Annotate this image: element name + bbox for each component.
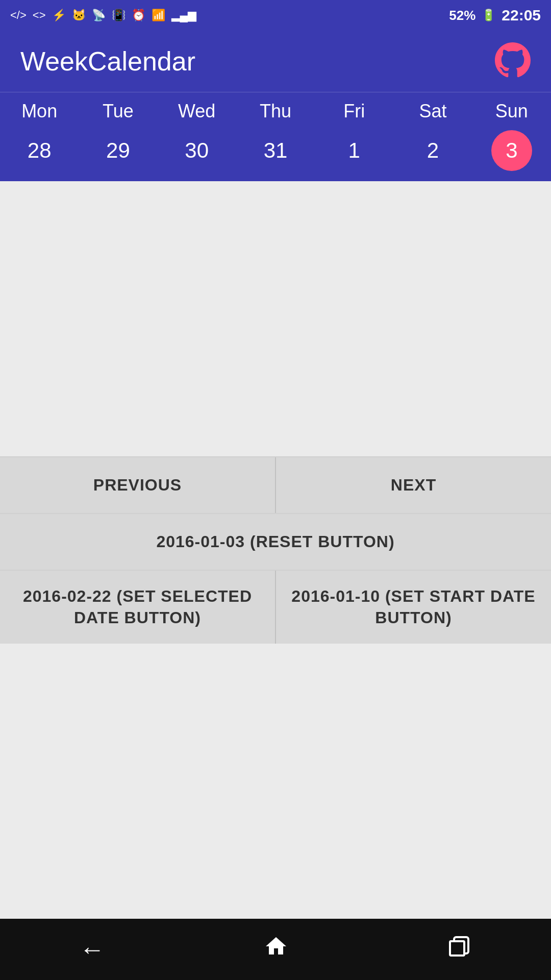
home-button[interactable] xyxy=(264,934,288,965)
day-name-sat: Sat xyxy=(419,101,447,122)
day-name-tue: Tue xyxy=(103,101,134,122)
day-sun[interactable]: Sun 3 xyxy=(472,92,551,181)
day-num-wed: 30 xyxy=(177,130,217,171)
day-name-sun: Sun xyxy=(495,101,528,122)
day-mon[interactable]: Mon 28 xyxy=(0,92,79,181)
day-num-thu: 31 xyxy=(255,130,296,171)
day-num-fri: 1 xyxy=(334,130,374,171)
status-right: 52% 🔋 22:05 xyxy=(449,7,541,24)
code-icon-2: <> xyxy=(33,9,46,22)
day-name-mon: Mon xyxy=(21,101,57,122)
signal-icon: ▂▄▆ xyxy=(171,9,197,22)
day-sat[interactable]: Sat 2 xyxy=(393,92,472,181)
bottom-nav: ← xyxy=(0,919,551,980)
reset-row: 2016-01-03 (RESET BUTTON) xyxy=(0,513,551,570)
nav-buttons-row: PREVIOUS NEXT xyxy=(0,456,551,513)
day-name-wed: Wed xyxy=(178,101,215,122)
github-icon xyxy=(495,42,531,78)
day-thu[interactable]: Thu 31 xyxy=(236,92,315,181)
back-button[interactable]: ← xyxy=(80,935,105,964)
app-bar: WeekCalendar xyxy=(0,31,551,92)
day-num-mon: 28 xyxy=(19,130,60,171)
day-tue[interactable]: Tue 29 xyxy=(79,92,157,181)
day-name-thu: Thu xyxy=(260,101,291,122)
alarm-icon: ⏰ xyxy=(132,9,145,22)
calendar-body xyxy=(0,181,551,456)
set-start-date-button[interactable]: 2016-01-10 (SET START DATE BUTTON) xyxy=(276,571,551,644)
buttons-section: PREVIOUS NEXT 2016-01-03 (RESET BUTTON) … xyxy=(0,456,551,644)
day-fri[interactable]: Fri 1 xyxy=(315,92,393,181)
time-display: 22:05 xyxy=(502,7,541,24)
week-header: Mon 28 Tue 29 Wed 30 Thu 31 Fri 1 Sat 2 … xyxy=(0,92,551,181)
wifi-icon: 📶 xyxy=(152,9,165,22)
previous-button[interactable]: PREVIOUS xyxy=(0,457,276,513)
reset-button[interactable]: 2016-01-03 (RESET BUTTON) xyxy=(0,514,551,570)
battery-percent: 52% xyxy=(449,8,475,23)
vibrate-icon: 📳 xyxy=(112,9,126,22)
date-set-row: 2016-02-22 (SET SELECTED DATE BUTTON) 20… xyxy=(0,570,551,644)
day-wed[interactable]: Wed 30 xyxy=(158,92,236,181)
day-num-sat: 2 xyxy=(413,130,454,171)
status-icons-left: </> <> ⚡ 🐱 📡 📳 ⏰ 📶 ▂▄▆ xyxy=(10,9,196,22)
usb-icon: ⚡ xyxy=(52,9,66,22)
code-icon-1: </> xyxy=(10,9,27,22)
day-num-tue: 29 xyxy=(97,130,138,171)
set-selected-date-button[interactable]: 2016-02-22 (SET SELECTED DATE BUTTON) xyxy=(0,571,276,644)
svg-rect-0 xyxy=(450,941,464,955)
app-title: WeekCalendar xyxy=(20,46,195,77)
recents-button[interactable] xyxy=(447,934,471,965)
cast-icon: 📡 xyxy=(92,9,106,22)
main-content: PREVIOUS NEXT 2016-01-03 (RESET BUTTON) … xyxy=(0,181,551,919)
day-num-sun: 3 xyxy=(491,130,532,171)
next-button[interactable]: NEXT xyxy=(276,457,551,513)
github-button[interactable] xyxy=(495,42,531,80)
status-bar: </> <> ⚡ 🐱 📡 📳 ⏰ 📶 ▂▄▆ 52% 🔋 22:05 xyxy=(0,0,551,31)
battery-icon: 🔋 xyxy=(482,9,495,22)
day-name-fri: Fri xyxy=(343,101,365,122)
bottom-content-area xyxy=(0,644,551,919)
octocat-icon: 🐱 xyxy=(72,9,86,22)
